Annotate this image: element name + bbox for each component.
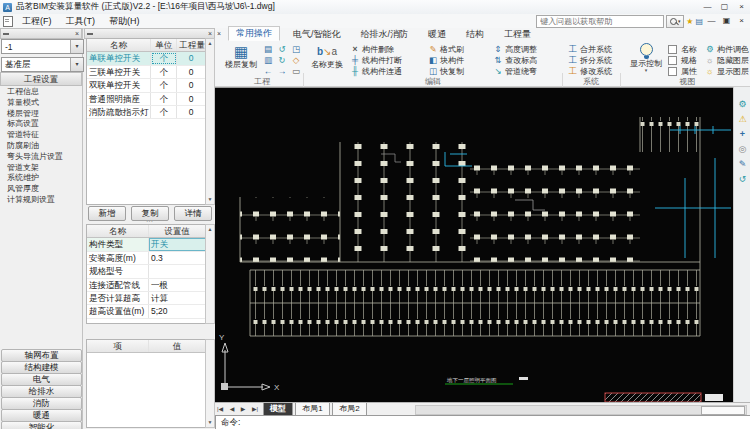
col-unit[interactable]: 单位	[151, 39, 177, 51]
pan-right-icon[interactable]: →	[277, 67, 287, 76]
mdi-minimize-button[interactable]: —	[705, 15, 718, 27]
table-row[interactable]: 单联单控开关 个 0	[87, 52, 206, 65]
col-prop-value[interactable]: 设置值	[149, 225, 206, 237]
table-row[interactable]: 双联单控开关 个 0	[87, 79, 206, 92]
tab-hvac[interactable]: 暖通	[421, 28, 453, 41]
scroll-down-icon[interactable]: ▼	[206, 195, 214, 203]
panel-minimize-icon[interactable]	[3, 33, 9, 35]
menu-help[interactable]: 帮助(H)	[102, 15, 147, 28]
format-painter[interactable]: ✎ 格式刷	[428, 45, 464, 55]
level-dropdown[interactable]: -1 ▾	[1, 39, 84, 54]
checkbox-icon[interactable]	[668, 45, 677, 54]
line-break[interactable]: ╪ 线构件打断	[350, 56, 402, 66]
col-value[interactable]: 值	[149, 340, 206, 352]
diamond-icon[interactable]: ◇	[291, 56, 301, 65]
favorites-icon[interactable]: ★	[686, 16, 693, 27]
settings-item-floor-manage[interactable]: 楼层管理	[0, 109, 82, 120]
prop-value[interactable]: 0.3	[149, 252, 206, 264]
property-row[interactable]: 安装高度(m) 0.3	[87, 252, 206, 265]
display-control-button[interactable]: 显示控制 ▾	[627, 43, 665, 73]
menu-project[interactable]: 工程(F)	[15, 15, 59, 28]
name-replace-button[interactable]: b↘a 名称更换	[308, 44, 346, 69]
settings-item-elevation[interactable]: 标高设置	[0, 119, 82, 130]
layer-dropdown[interactable]: 基准层 ▾	[1, 57, 84, 72]
mdi-close-button[interactable]: ×	[735, 15, 748, 27]
menu-tools[interactable]: 工具(T)	[59, 15, 103, 28]
split-system[interactable]: 工 拆分系统	[568, 56, 612, 66]
property-scrollbar[interactable]: ▲	[205, 224, 215, 324]
hide-layer[interactable]: ☼ 隐藏图层	[705, 56, 749, 66]
next-sheet-icon[interactable]: ▶	[239, 403, 248, 415]
list-icon[interactable]: ▤	[695, 16, 703, 27]
mdi-restore-button[interactable]: ▣	[720, 15, 733, 27]
panel-minimize-icon[interactable]	[87, 33, 93, 35]
settings-item-calc-rules[interactable]: 计算规则设置	[0, 195, 82, 206]
warning-icon[interactable]: ⚠	[734, 112, 750, 127]
checkbox-icon[interactable]	[668, 67, 677, 76]
property-row[interactable]: 超高设置值(m) 5;20	[87, 305, 206, 318]
ribbon-close-icon[interactable]: ×	[217, 30, 221, 37]
document-icon[interactable]	[3, 16, 13, 27]
refresh-icon[interactable]: ↺	[734, 172, 750, 187]
find-icon[interactable]: ▥	[263, 56, 273, 65]
search-button[interactable]: ▾	[666, 15, 684, 28]
prev-sheet-icon[interactable]: ◀	[228, 403, 237, 415]
component-palette[interactable]: ⚙ 构件调色	[705, 45, 749, 55]
window-icon[interactable]: ◳	[291, 45, 301, 54]
zoom-window-icon[interactable]: ▭	[291, 67, 301, 76]
table-row[interactable]: 消防疏散指示灯 个 0	[87, 106, 206, 119]
settings-item-project-info[interactable]: 工程信息	[0, 87, 82, 98]
property-row[interactable]: 规格型号	[87, 265, 206, 278]
nav-intelligent[interactable]: 智能化	[1, 421, 82, 429]
panel-close-icon[interactable]: ×	[208, 30, 212, 37]
floor-copy-button[interactable]: ▦ 楼层复制	[222, 44, 260, 69]
col-quantity[interactable]: 工程量	[177, 39, 206, 51]
maximize-button[interactable]: ▢	[716, 1, 733, 13]
block-component[interactable]: ◧ 块构件	[428, 56, 464, 66]
prop-value[interactable]: 计算	[149, 292, 206, 304]
last-sheet-icon[interactable]: ▶|	[250, 403, 260, 415]
tab-common-ops[interactable]: 常用操作	[228, 26, 280, 41]
pan-left-icon[interactable]: ←	[263, 67, 273, 76]
minimize-button[interactable]: —	[699, 1, 716, 13]
tab-electrical[interactable]: 电气/智能化	[286, 28, 348, 41]
gear-icon[interactable]: ⚙	[734, 97, 750, 112]
help-search-input[interactable]	[536, 15, 664, 28]
tab-plumbing-fire[interactable]: 给排水/消防	[354, 28, 416, 41]
chevron-down-icon[interactable]: ▾	[70, 58, 83, 71]
table-row[interactable]: 普通照明插座 个 0	[87, 93, 206, 106]
chevron-down-icon[interactable]: ▾	[70, 40, 83, 53]
first-sheet-icon[interactable]: |◀	[215, 403, 225, 415]
scroll-up-icon[interactable]: ▲	[206, 225, 214, 233]
components-scrollbar[interactable]: ▲ ▼	[205, 38, 215, 205]
merge-system[interactable]: 工 合并系统	[568, 45, 612, 55]
target-icon[interactable]: ◎	[734, 142, 750, 157]
move-icon[interactable]: +	[734, 127, 750, 142]
checkbox-icon[interactable]	[668, 56, 677, 65]
col-item[interactable]: 项	[87, 340, 149, 352]
checkbox-name[interactable]: 名称	[668, 45, 697, 55]
settings-item-pipe-support[interactable]: 管道支架	[0, 163, 82, 174]
close-button[interactable]: ×	[733, 1, 750, 13]
scroll-down-icon[interactable]: ▼	[206, 418, 214, 426]
prop-value[interactable]	[149, 265, 206, 277]
col-name[interactable]: 名称	[87, 39, 151, 51]
pen-icon[interactable]: ✎	[734, 157, 750, 172]
item-value-scrollbar[interactable]: ▼	[205, 339, 215, 428]
col-prop-name[interactable]: 名称	[87, 225, 149, 237]
prop-value[interactable]: 开关	[149, 238, 206, 250]
component-delete[interactable]: × 构件删除	[350, 45, 394, 55]
settings-item-anticorrosion[interactable]: 防腐刷油	[0, 141, 82, 152]
undo-icon[interactable]: ↺	[277, 45, 287, 54]
scroll-up-icon[interactable]: ▲	[206, 39, 214, 47]
prop-value[interactable]: 5;20	[149, 305, 206, 317]
cad-canvas[interactable]: 地下一层照明平面图 Y X	[215, 87, 733, 403]
h-scrollbar-thumb[interactable]	[701, 406, 745, 415]
settings-item-duct-thickness[interactable]: 风管厚度	[0, 184, 82, 195]
command-line[interactable]: 命令:	[215, 415, 750, 429]
redo-icon[interactable]: ↻	[277, 56, 287, 65]
section-header-project-settings[interactable]: 工程设置	[0, 72, 82, 86]
save-icon[interactable]: ▤	[263, 45, 273, 54]
property-row[interactable]: 连接适配管线 一根	[87, 279, 206, 292]
h-scrollbar[interactable]	[415, 405, 747, 415]
